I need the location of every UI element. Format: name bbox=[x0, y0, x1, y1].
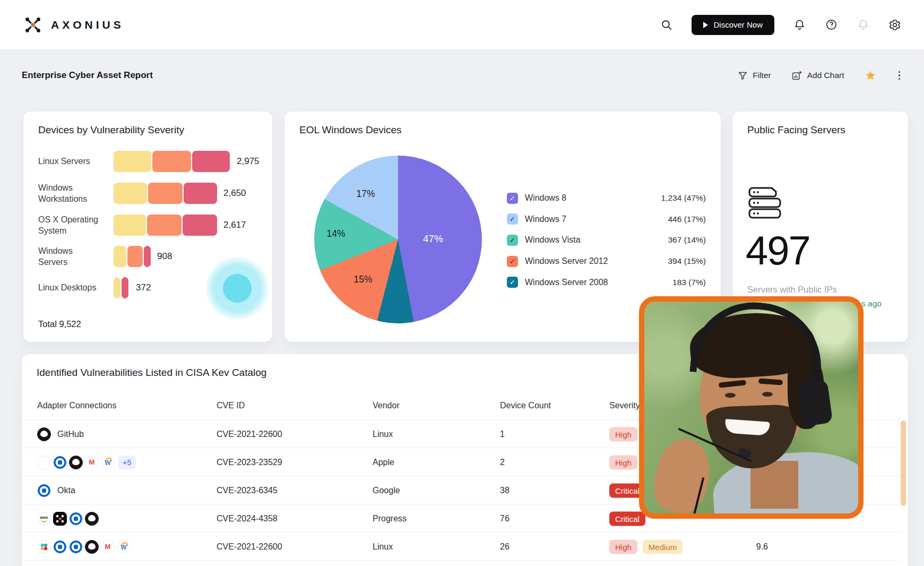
github-adapter-icon[interactable] bbox=[85, 540, 99, 554]
okta-adapter-icon[interactable] bbox=[53, 540, 67, 554]
okta-adapter-icon[interactable] bbox=[53, 456, 67, 469]
gmail-adapter-icon[interactable] bbox=[85, 456, 99, 469]
table-row[interactable]: CVE-2021-22600Linux26HighMedium9.6 bbox=[22, 532, 901, 561]
legend-checkbox[interactable]: ✓ bbox=[507, 277, 518, 288]
top-nav: AXONIUS Discover Now bbox=[0, 0, 924, 50]
pie-label-47: 47% bbox=[423, 233, 443, 245]
severity-cell: High bbox=[609, 427, 643, 441]
severity-row-value: 2,650 bbox=[223, 188, 246, 199]
more-adapters-badge[interactable]: +5 bbox=[118, 456, 136, 469]
legend-label: Windows Server 2012 bbox=[525, 256, 608, 266]
adapter-connections-cell: Okta bbox=[37, 484, 75, 498]
legend-checkbox[interactable]: ✓ bbox=[507, 213, 518, 225]
severity-stacked-bar[interactable] bbox=[114, 277, 128, 298]
triangle-adapter-icon[interactable] bbox=[37, 456, 51, 469]
bar-segment bbox=[114, 215, 146, 236]
github-adapter-icon[interactable] bbox=[37, 427, 51, 441]
severity-stacked-bar[interactable] bbox=[114, 215, 217, 236]
severity-row-value: 2,975 bbox=[237, 156, 260, 167]
discover-now-label: Discover Now bbox=[713, 20, 763, 29]
eol-pie-chart[interactable]: 47% 17% 14% 15% bbox=[314, 156, 482, 323]
legend-checkbox[interactable]: ✓ bbox=[507, 235, 518, 246]
severity-row-value: 908 bbox=[157, 251, 172, 262]
add-chart-button[interactable]: Add Chart bbox=[791, 70, 844, 81]
col-severity[interactable]: Severity bbox=[609, 401, 640, 410]
severity-stacked-bar[interactable] bbox=[114, 246, 151, 267]
bar-segment bbox=[148, 183, 183, 204]
pie-label-14: 14% bbox=[326, 228, 345, 239]
bar-segment bbox=[114, 151, 151, 172]
github-adapter-icon[interactable] bbox=[85, 512, 99, 526]
settings-icon[interactable] bbox=[888, 18, 902, 32]
cve-cell: CVE-2021-22600 bbox=[217, 542, 282, 552]
okta-adapter-icon[interactable] bbox=[69, 540, 83, 554]
adapter-connections-cell: GitHub bbox=[37, 427, 84, 441]
devices-by-vulnerability-card: Devices by Vulnerability Severity Linux … bbox=[23, 112, 272, 342]
slack-adapter-icon[interactable] bbox=[37, 540, 51, 554]
legend-value: 183 (7%) bbox=[672, 278, 706, 287]
play-icon bbox=[703, 22, 708, 28]
legend-checkbox[interactable]: ✓ bbox=[507, 193, 518, 204]
github-adapter-icon[interactable] bbox=[69, 456, 83, 469]
legend-value: 367 (14%) bbox=[668, 235, 706, 245]
add-chart-label: Add Chart bbox=[807, 71, 844, 80]
discover-now-button[interactable]: Discover Now bbox=[692, 15, 774, 35]
bar-segment bbox=[152, 151, 191, 172]
severity-stacked-bar[interactable] bbox=[114, 183, 217, 204]
help-icon[interactable] bbox=[824, 18, 838, 32]
filter-label: Filter bbox=[753, 71, 771, 80]
cve-cell: CVE-2023-23529 bbox=[217, 458, 282, 467]
device-count-cell: 26 bbox=[500, 542, 510, 552]
filter-button[interactable]: Filter bbox=[738, 71, 771, 81]
headset-earcup bbox=[797, 379, 833, 426]
vendor-cell: Progress bbox=[373, 514, 407, 524]
device-count-cell: 1 bbox=[500, 430, 505, 439]
table-scrollbar-thumb[interactable] bbox=[901, 421, 906, 506]
notifications-icon[interactable] bbox=[856, 18, 870, 32]
worange-adapter-icon[interactable] bbox=[101, 456, 115, 469]
score-cell: 9.6 bbox=[728, 542, 768, 552]
bar-segment bbox=[144, 246, 151, 267]
legend-label: Windows Server 2008 bbox=[525, 278, 608, 287]
device-count-cell: 38 bbox=[500, 486, 510, 495]
axonius-adapter-icon[interactable] bbox=[53, 512, 67, 526]
severity-row: OS X Operating System2,617 bbox=[38, 215, 261, 236]
announcement-icon[interactable] bbox=[792, 18, 806, 32]
table-row[interactable]: Medium bbox=[22, 560, 901, 566]
bar-segment bbox=[147, 215, 182, 236]
pie-label-15: 15% bbox=[353, 274, 372, 285]
page-title: Enterprise Cyber Asset Report bbox=[22, 70, 153, 81]
aws-adapter-icon[interactable] bbox=[37, 512, 51, 526]
add-chart-icon bbox=[791, 70, 802, 81]
col-vendor[interactable]: Vendor bbox=[373, 401, 400, 410]
severity-total: Total 9,522 bbox=[38, 319, 81, 329]
severity-row: Windows Servers908 bbox=[38, 246, 261, 267]
filter-icon bbox=[738, 71, 748, 81]
okta-adapter-icon[interactable] bbox=[37, 484, 51, 498]
adapter-name: GitHub bbox=[57, 430, 84, 439]
worange-adapter-icon[interactable] bbox=[117, 540, 131, 554]
cve-cell: CVE-2024-4358 bbox=[217, 514, 278, 524]
bar-segment bbox=[184, 183, 217, 204]
col-adapter-connections[interactable]: Adapter Connections bbox=[37, 401, 116, 410]
legend-checkbox[interactable]: ✓ bbox=[507, 256, 518, 267]
search-icon[interactable] bbox=[660, 18, 673, 32]
legend-row: ✓Windows Vista367 (14%) bbox=[507, 234, 706, 246]
favorite-star-icon[interactable] bbox=[865, 70, 876, 81]
legend-value: 1,234 (47%) bbox=[661, 193, 706, 203]
axonius-logo[interactable]: AXONIUS bbox=[22, 14, 124, 36]
report-header: Enterprise Cyber Asset Report Filter Add… bbox=[22, 64, 902, 87]
okta-adapter-icon[interactable] bbox=[69, 512, 83, 526]
gmail-adapter-icon[interactable] bbox=[101, 540, 115, 554]
adapter-name: Okta bbox=[57, 486, 75, 495]
legend-value: 446 (17%) bbox=[668, 215, 706, 224]
severity-stacked-bar[interactable] bbox=[114, 151, 230, 172]
col-device-count[interactable]: Device Count bbox=[500, 401, 551, 410]
severity-badge-high: High bbox=[609, 427, 637, 441]
device-count-cell: 76 bbox=[500, 514, 510, 524]
severity-row-label: OS X Operating System bbox=[38, 214, 101, 236]
webcam-overlay bbox=[639, 296, 863, 519]
severity-cell: HighMedium bbox=[609, 539, 688, 554]
col-cve-id[interactable]: CVE ID bbox=[217, 401, 245, 410]
more-options-icon[interactable] bbox=[896, 69, 903, 82]
